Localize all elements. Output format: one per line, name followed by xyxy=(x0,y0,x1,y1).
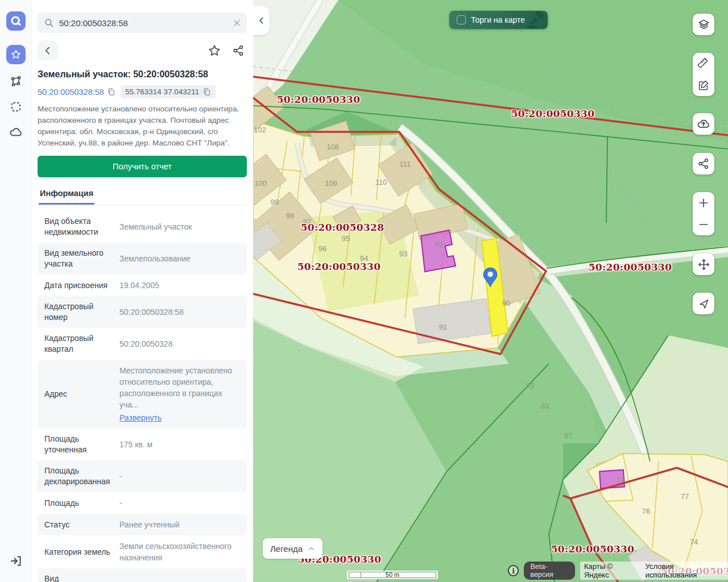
sidebar-item-login[interactable] xyxy=(6,552,26,569)
share-map-control xyxy=(693,153,714,174)
identifier-chips: 50:20:0050328:58 55.763314 37.043211 xyxy=(38,85,247,98)
pan-control xyxy=(693,253,714,275)
legend-button[interactable]: Легенда xyxy=(263,538,322,559)
layers-control xyxy=(693,14,714,35)
favorite-button[interactable] xyxy=(206,42,223,59)
table-row: Категория земельЗемли сельскохозяйственн… xyxy=(38,535,247,568)
object-description: Местоположение установлено относительно … xyxy=(38,103,247,149)
share-icon xyxy=(697,157,710,170)
share-button[interactable] xyxy=(230,42,247,59)
polygon-icon xyxy=(9,74,23,88)
minus-icon xyxy=(698,219,709,230)
expand-address-link[interactable]: Развернуть xyxy=(119,412,240,423)
pan-button[interactable] xyxy=(693,253,714,275)
search-input[interactable] xyxy=(38,13,247,33)
back-button[interactable] xyxy=(38,40,58,61)
measure-edit-control xyxy=(693,53,714,96)
ruler-button[interactable] xyxy=(693,53,714,74)
coordinates-chip[interactable]: 55.763314 37.043211 xyxy=(121,85,216,98)
star-icon xyxy=(10,49,22,60)
sidebar-item-select-area[interactable] xyxy=(6,98,26,115)
details-panel: Земельный участок: 50:20:0050328:58 50:2… xyxy=(32,0,253,582)
table-row: Вид xyxy=(38,568,247,582)
table-row: Кадастровый квартал50:20:0050328 xyxy=(38,328,247,360)
move-icon xyxy=(697,258,710,271)
table-row-address: Адрес Местоположение установлено относит… xyxy=(38,360,247,429)
upload-control xyxy=(693,113,714,135)
panel-header xyxy=(38,40,247,61)
left-rail xyxy=(0,0,32,582)
table-row: Дата присвоения19.04.2005 xyxy=(38,275,247,296)
clear-search-icon[interactable] xyxy=(231,18,242,28)
map-canvas[interactable] xyxy=(253,0,728,582)
cloud-upload-button[interactable] xyxy=(693,113,714,135)
info-icon[interactable]: i xyxy=(508,565,519,576)
zoom-in-button[interactable] xyxy=(693,192,714,214)
share-icon xyxy=(232,44,245,57)
sidebar-item-favorites[interactable] xyxy=(6,45,26,64)
terms-of-use-link[interactable]: Условия использования xyxy=(646,562,724,579)
star-icon xyxy=(208,44,221,57)
app-logo-icon xyxy=(9,14,23,28)
layers-icon xyxy=(697,18,710,31)
zoom-out-button[interactable] xyxy=(693,214,714,235)
cloud-icon xyxy=(9,125,23,140)
cadastral-number-link[interactable]: 50:20:0050328:58 xyxy=(38,88,115,97)
table-row: Площадь уточненная175 кв. м xyxy=(38,429,247,460)
tab-information[interactable]: Информация xyxy=(39,185,94,205)
edit-button[interactable] xyxy=(693,74,714,96)
page-title: Земельный участок: 50:20:0050328:58 xyxy=(38,69,247,80)
map-attribution: i Beta-версия Карты © Яндекс Условия исп… xyxy=(508,562,728,580)
table-row: СтатусРанее учтенный xyxy=(38,514,247,535)
navigation-arrow-icon xyxy=(698,298,710,310)
copy-icon[interactable] xyxy=(202,88,211,96)
share-map-button[interactable] xyxy=(693,153,714,174)
get-report-button[interactable]: Получить отчет xyxy=(38,156,247,177)
app-logo[interactable] xyxy=(6,11,26,31)
panel-tabs: Информация xyxy=(38,185,247,205)
dashed-square-icon xyxy=(9,100,23,114)
auctions-on-map-toggle[interactable]: Торги на карте xyxy=(449,11,548,29)
table-row: Кадастровый номер50:20:0050328:58 xyxy=(38,296,247,328)
beta-badge: Beta-версия xyxy=(524,562,575,580)
copy-icon[interactable] xyxy=(107,88,115,96)
plus-icon xyxy=(698,197,709,209)
table-row: Вид земельного участкаЗемлепользование xyxy=(38,243,247,275)
gavel-icon xyxy=(526,11,547,29)
chevron-left-icon xyxy=(258,16,266,24)
search-bar xyxy=(38,13,247,33)
zoom-control xyxy=(693,192,714,235)
edit-icon xyxy=(697,79,710,92)
maps-copyright-link[interactable]: Карты © Яндекс xyxy=(584,562,638,579)
ruler-icon xyxy=(697,57,710,70)
login-icon xyxy=(9,554,23,568)
map-area[interactable]: 50:20:005033050:20:005033050:20:00503285… xyxy=(253,0,728,582)
search-icon xyxy=(44,18,54,28)
collapse-panel-button[interactable] xyxy=(253,6,270,35)
table-row: Вид объекта недвижимостиЗемельный участо… xyxy=(38,211,247,243)
sidebar-item-polygon-tool[interactable] xyxy=(6,73,26,90)
layers-button[interactable] xyxy=(693,14,714,35)
locate-button[interactable] xyxy=(693,293,714,314)
chevron-up-icon xyxy=(308,545,315,552)
cloud-upload-icon xyxy=(696,117,711,131)
info-table: Вид объекта недвижимостиЗемельный участо… xyxy=(38,211,247,582)
table-row: Площадь- xyxy=(38,492,247,514)
sidebar-item-cloud[interactable] xyxy=(6,124,26,141)
scale-bar: 50 m xyxy=(347,571,438,579)
auctions-checkbox[interactable] xyxy=(457,15,466,24)
locate-control xyxy=(693,293,714,314)
table-row: Площадь декларированная- xyxy=(38,460,247,492)
